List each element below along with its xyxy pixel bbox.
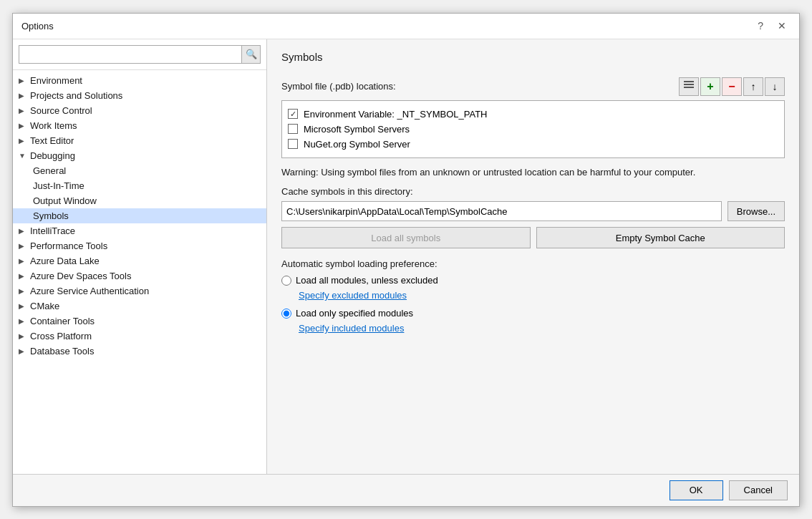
expand-arrow: ▶	[19, 347, 29, 355]
tree-item-database-tools[interactable]: ▶ Database Tools	[13, 344, 266, 359]
location-item-ms[interactable]: Microsoft Symbol Servers	[288, 122, 778, 137]
tree-item-output-window[interactable]: Output Window	[13, 193, 266, 208]
expand-arrow: ▶	[19, 227, 29, 235]
tree-item-label: Work Items	[30, 120, 77, 131]
expand-arrow: ▶	[19, 137, 29, 145]
tree-item-label: Symbols	[33, 210, 69, 221]
tree-item-label: Performance Tools	[30, 241, 107, 251]
tree-item-azure-data-lake[interactable]: ▶ Azure Data Lake	[13, 253, 266, 268]
location-item-env[interactable]: Environment Variable: _NT_SYMBOL_PATH	[288, 107, 778, 122]
cache-row: Browse...	[281, 201, 785, 221]
action-row: Load all symbols Empty Symbol Cache	[281, 227, 785, 248]
tree-item-azure-service-auth[interactable]: ▶ Azure Service Authentication	[13, 283, 266, 299]
search-icon: 🔍	[246, 49, 257, 59]
toolbar-buttons: + − ↑ ↓	[679, 77, 785, 96]
tree-item-intellitrace[interactable]: ▶ IntelliTrace	[13, 223, 266, 238]
add-button[interactable]: +	[700, 77, 720, 96]
close-button[interactable]: ✕	[773, 19, 791, 33]
tree-item-label: Container Tools	[30, 316, 95, 326]
tree-item-label: Azure Service Authentication	[30, 286, 149, 296]
ms-label: Microsoft Symbol Servers	[304, 124, 410, 135]
options-dialog: Options ? ✕ 🔍 ▶ Environment	[12, 13, 800, 507]
arrange-button[interactable]	[679, 77, 699, 96]
remove-icon: −	[728, 80, 735, 93]
ms-checkbox[interactable]	[288, 124, 298, 134]
tree-item-container-tools[interactable]: ▶ Container Tools	[13, 314, 266, 329]
move-down-button[interactable]: ↓	[765, 77, 785, 96]
remove-button[interactable]: −	[722, 77, 742, 96]
svg-rect-1	[684, 84, 694, 85]
dialog-body: 🔍 ▶ Environment ▶ Projects and Solutions…	[13, 39, 799, 474]
add-icon: +	[707, 80, 713, 93]
radio-item-load-specified[interactable]: Load only specified modules	[281, 308, 785, 319]
expand-arrow: ▶	[19, 77, 29, 84]
radio-load-specified-label: Load only specified modules	[296, 308, 413, 319]
tree-item-cmake[interactable]: ▶ CMake	[13, 299, 266, 314]
locations-label: Symbol file (.pdb) locations:	[281, 81, 396, 92]
tree-item-label: Just-In-Time	[33, 180, 84, 191]
tree-item-text-editor[interactable]: ▶ Text Editor	[13, 133, 266, 148]
tree-item-label: Output Window	[33, 195, 97, 206]
specify-excluded-link[interactable]: Specify excluded modules	[299, 290, 785, 301]
ok-button[interactable]: OK	[670, 480, 723, 500]
left-panel: 🔍 ▶ Environment ▶ Projects and Solutions…	[13, 39, 267, 474]
right-panel: Symbols Symbol file (.pdb) locations:	[267, 39, 799, 474]
cache-label: Cache symbols in this directory:	[281, 186, 785, 197]
tree-item-environment[interactable]: ▶ Environment	[13, 73, 266, 88]
radio-load-all[interactable]	[281, 276, 291, 286]
dialog-title: Options	[21, 21, 54, 31]
radio-group: Load all modules, unless excluded Specif…	[281, 275, 785, 334]
tree-item-label: Text Editor	[30, 135, 74, 146]
tree-item-symbols[interactable]: Symbols	[13, 208, 266, 223]
search-button[interactable]: 🔍	[242, 45, 261, 64]
cache-path-input[interactable]	[281, 201, 722, 221]
auto-load-label: Automatic symbol loading preference:	[281, 258, 785, 269]
search-input[interactable]	[19, 45, 242, 64]
move-up-button[interactable]: ↑	[743, 77, 763, 96]
tree-item-label: Debugging	[30, 150, 75, 161]
radio-load-all-label: Load all modules, unless excluded	[296, 275, 438, 286]
expand-arrow: ▼	[19, 152, 29, 160]
up-arrow-icon: ↑	[751, 81, 756, 92]
env-checkbox[interactable]	[288, 109, 298, 119]
tree-item-azure-dev-spaces[interactable]: ▶ Azure Dev Spaces Tools	[13, 268, 266, 283]
tree-item-cross-platform[interactable]: ▶ Cross Platform	[13, 329, 266, 344]
empty-symbol-cache-button[interactable]: Empty Symbol Cache	[536, 227, 786, 248]
tree-item-debugging[interactable]: ▼ Debugging	[13, 148, 266, 163]
radio-item-load-all[interactable]: Load all modules, unless excluded	[281, 275, 785, 286]
down-arrow-icon: ↓	[773, 81, 778, 92]
tree-item-general[interactable]: General	[13, 163, 266, 178]
tree-item-projects-solutions[interactable]: ▶ Projects and Solutions	[13, 88, 266, 103]
load-all-symbols-button[interactable]: Load all symbols	[281, 227, 531, 248]
tree-container: ▶ Environment ▶ Projects and Solutions ▶…	[13, 70, 266, 474]
tree-item-label: Database Tools	[30, 346, 94, 356]
specify-included-link[interactable]: Specify included modules	[299, 323, 785, 334]
dialog-footer: OK Cancel	[13, 474, 799, 506]
arrange-icon	[683, 80, 695, 92]
tree-item-performance-tools[interactable]: ▶ Performance Tools	[13, 238, 266, 253]
tree-item-work-items[interactable]: ▶ Work Items	[13, 118, 266, 133]
env-label: Environment Variable: _NT_SYMBOL_PATH	[304, 109, 488, 120]
symbols-header: Symbols	[281, 51, 785, 72]
nuget-label: NuGet.org Symbol Server	[304, 139, 410, 150]
title-bar: Options ? ✕	[13, 14, 799, 39]
title-controls: ? ✕	[753, 19, 791, 33]
tree-item-just-in-time[interactable]: Just-In-Time	[13, 178, 266, 193]
tree-item-source-control[interactable]: ▶ Source Control	[13, 103, 266, 118]
tree-item-label: Projects and Solutions	[30, 90, 122, 101]
expand-arrow: ▶	[19, 317, 29, 325]
tree-item-label: Source Control	[30, 105, 92, 116]
tree-item-label: Cross Platform	[30, 331, 92, 341]
tree-item-label: Azure Data Lake	[30, 256, 100, 266]
help-button[interactable]: ?	[753, 19, 768, 33]
expand-arrow: ▶	[19, 122, 29, 130]
browse-button[interactable]: Browse...	[728, 201, 785, 221]
expand-arrow: ▶	[19, 242, 29, 250]
expand-arrow: ▶	[19, 332, 29, 340]
tree-item-label: Azure Dev Spaces Tools	[30, 271, 131, 281]
location-item-nuget[interactable]: NuGet.org Symbol Server	[288, 137, 778, 152]
radio-load-specified[interactable]	[281, 309, 291, 319]
cancel-button[interactable]: Cancel	[729, 480, 788, 500]
nuget-checkbox[interactable]	[288, 139, 298, 149]
expand-arrow: ▶	[19, 287, 29, 295]
